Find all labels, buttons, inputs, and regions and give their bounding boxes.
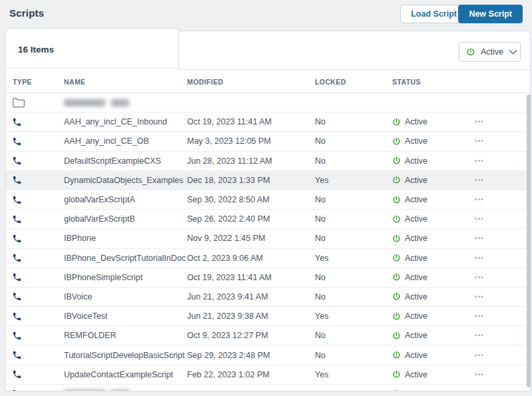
power-icon: [392, 156, 401, 165]
script-name: DynamicDataObjects_Examples: [64, 171, 183, 190]
modified-date: Dec 18, 2023 1:33 PM: [187, 171, 270, 190]
table-row[interactable]: IBPhoneSimpleScriptOct 19, 2023 11:41 AM…: [6, 268, 530, 288]
row-menu-button[interactable]: •••: [471, 190, 488, 209]
script-name: IBPhone_DevScriptTutorialInDoc: [64, 249, 186, 268]
row-menu-button[interactable]: •••: [471, 249, 488, 268]
table-row[interactable]: DefaultScriptExampleCXSJun 28, 2023 11:1…: [6, 152, 530, 171]
power-icon: [392, 215, 401, 224]
table-row[interactable]: globalVarExScriptBSep 26, 2022 2:40 PMNo…: [6, 210, 530, 229]
status-filter-dropdown[interactable]: Active: [459, 42, 521, 62]
phone-icon: [12, 253, 22, 263]
phone-icon: [12, 389, 22, 391]
modified-date: Jun 21, 2023 9:41 AM: [187, 288, 268, 306]
table-row[interactable]: IBPhone_DevScriptTutorialInDocOct 2, 202…: [6, 249, 530, 268]
power-icon: [392, 254, 401, 262]
table-row[interactable]: REMFOLDEROct 9, 2023 12:27 PMNoActive•••: [6, 326, 530, 345]
table-row[interactable]: Active: [6, 385, 530, 391]
locked-value: No: [315, 288, 326, 306]
power-icon: [392, 176, 401, 184]
modified-date: Jun 21, 2023 9:38 AM: [187, 307, 268, 325]
phone-icon: [12, 369, 22, 379]
load-script-button[interactable]: Load Script: [400, 5, 467, 23]
scrollbar[interactable]: [527, 95, 531, 387]
power-icon: [392, 137, 401, 146]
row-menu-button[interactable]: •••: [471, 171, 488, 190]
table-row[interactable]: globalVarExScriptASep 30, 2022 8:50 AMNo…: [6, 190, 530, 210]
modified-date: Oct 2, 2023 9:06 AM: [187, 249, 263, 268]
status-badge: Active: [392, 152, 427, 170]
modified-date: Feb 22, 2023 1:02 PM: [187, 365, 270, 384]
locked-value: No: [315, 210, 326, 228]
script-name: globalVarExScriptA: [64, 190, 135, 209]
new-script-button[interactable]: New Script: [458, 5, 523, 23]
script-name: [64, 93, 129, 112]
phone-icon: [12, 234, 22, 244]
script-name: TutorialScriptDevelopBasicScript: [64, 345, 185, 364]
phone-icon: [12, 156, 22, 166]
status-badge: Active: [392, 210, 427, 228]
row-menu-button[interactable]: •••: [471, 152, 488, 170]
power-icon: [392, 234, 401, 243]
row-menu-button[interactable]: •••: [471, 210, 488, 228]
phone-icon: [12, 331, 22, 341]
script-name: AAH_any_incl_CE_Inbound: [64, 112, 167, 131]
redacted-text: [64, 390, 105, 391]
table-row[interactable]: IBVoiceTestJun 21, 2023 9:38 AMYesActive…: [6, 307, 530, 326]
phone-icon: [12, 292, 22, 301]
phone-icon: [12, 175, 22, 185]
modified-date: Sep 29, 2023 2:48 PM: [187, 345, 270, 364]
table-row[interactable]: TutorialScriptDevelopBasicScriptSep 29, …: [6, 345, 530, 365]
table-row[interactable]: [6, 93, 530, 112]
power-icon: [392, 351, 401, 359]
row-menu-button[interactable]: •••: [471, 132, 488, 150]
phone-icon: [12, 350, 22, 360]
table-row[interactable]: IBVoiceJun 21, 2023 9:41 AMNoActive•••: [6, 288, 530, 307]
modified-date: Sep 26, 2022 2:40 PM: [187, 210, 270, 228]
status-badge: Active: [392, 345, 427, 364]
scripts-panel: 16 Items Active TYPE NAME MODIFIED LOCKE…: [5, 31, 531, 391]
locked-value: Yes: [315, 307, 328, 325]
table-row[interactable]: DynamicDataObjects_ExamplesDec 18, 2023 …: [6, 171, 530, 190]
row-menu-button[interactable]: •••: [471, 288, 488, 306]
row-menu-button[interactable]: •••: [471, 112, 488, 131]
row-menu-button[interactable]: •••: [471, 365, 488, 384]
modified-date: Oct 19, 2023 11:41 AM: [187, 268, 272, 287]
script-name: IBVoiceTest: [64, 307, 107, 325]
table-row[interactable]: IBPhoneNov 9, 2022 1:45 PMNoActive•••: [6, 229, 530, 248]
status-badge: Active: [392, 249, 427, 268]
panel-header: 16 Items Active: [6, 31, 530, 70]
locked-value: Yes: [315, 171, 328, 190]
script-name: globalVarExScriptB: [64, 210, 135, 228]
table-row[interactable]: UpdateContactExampleScriptFeb 22, 2023 1…: [6, 365, 530, 385]
script-name: IBVoice: [64, 288, 92, 306]
status-badge: Active: [392, 229, 427, 248]
power-icon: [392, 273, 401, 282]
script-name: UpdateContactExampleScript: [64, 365, 173, 384]
status-badge: Active: [392, 307, 427, 325]
status-badge: Active: [392, 385, 427, 391]
script-name: IBPhone: [64, 229, 96, 248]
table-row[interactable]: AAH_any_incl_CE_OBMay 3, 2023 12:05 PMNo…: [6, 132, 530, 151]
power-icon: [466, 47, 475, 57]
row-menu-button[interactable]: •••: [471, 326, 488, 345]
row-menu-button[interactable]: •••: [471, 229, 488, 248]
column-header-name[interactable]: NAME: [64, 78, 86, 86]
phone-icon: [12, 136, 22, 146]
column-header-status[interactable]: STATUS: [392, 78, 421, 86]
column-header-type[interactable]: TYPE: [13, 78, 32, 86]
chevron-down-icon: [509, 49, 517, 56]
locked-value: No: [315, 132, 326, 150]
row-menu-button[interactable]: •••: [471, 268, 488, 287]
table-row[interactable]: AAH_any_incl_CE_InboundOct 19, 2023 11:4…: [6, 112, 530, 132]
status-badge: Active: [392, 326, 427, 345]
table-body: AAH_any_incl_CE_InboundOct 19, 2023 11:4…: [6, 93, 530, 391]
modified-date: Oct 9, 2023 12:27 PM: [187, 326, 268, 345]
items-count: 16 Items: [18, 45, 54, 55]
row-menu-button[interactable]: •••: [471, 307, 488, 325]
column-header-modified[interactable]: MODIFIED: [187, 78, 224, 86]
column-header-locked[interactable]: LOCKED: [315, 78, 346, 86]
row-menu-button[interactable]: •••: [471, 345, 488, 364]
status-badge: Active: [392, 132, 427, 150]
status-badge: Active: [392, 365, 427, 384]
phone-icon: [12, 214, 22, 224]
